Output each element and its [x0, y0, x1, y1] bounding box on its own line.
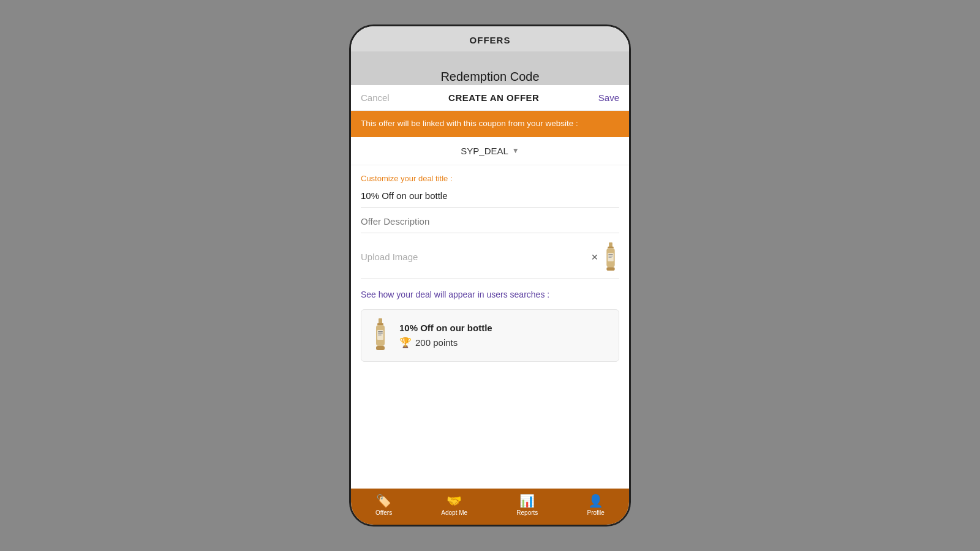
svg-rect-1 [608, 247, 614, 249]
modal-header: Cancel CREATE AN OFFER Save [351, 85, 629, 111]
svg-rect-0 [609, 242, 612, 247]
upload-image-right: ✕ [591, 242, 619, 272]
nav-reports-label: Reports [516, 509, 538, 516]
points-value: 200 points [415, 337, 458, 348]
top-bar: OFFERS [351, 26, 629, 51]
bottom-nav: 🏷️ Offers 🤝 Adopt Me 📊 Reports 👤 Profile [351, 489, 629, 525]
customize-label: Customize your deal title : [361, 165, 619, 187]
svg-rect-6 [608, 257, 612, 258]
trophy-icon: 🏆 [399, 337, 412, 348]
coupon-selector[interactable]: SYP_DEAL ▼ [351, 137, 629, 165]
deal-card-title: 10% Off on our bottle [399, 323, 492, 333]
preview-label: See how your deal will appear in users s… [361, 289, 619, 301]
modal-title: CREATE AN OFFER [448, 92, 539, 103]
form-section: Customize your deal title : Upload Image… [351, 165, 629, 279]
deal-preview-card: 10% Off on our bottle 🏆 200 points [361, 309, 619, 362]
svg-rect-15 [376, 346, 385, 350]
background-content: Redemption Code This code will be used t… [351, 51, 629, 489]
reports-icon: 📊 [519, 493, 535, 508]
banner-text: This offer will be linked with this coup… [361, 119, 578, 128]
bottle-thumbnail [602, 242, 619, 272]
adopt-icon: 🤝 [447, 493, 462, 508]
svg-rect-13 [378, 333, 383, 334]
nav-item-offers[interactable]: 🏷️ Offers [375, 493, 392, 516]
svg-rect-9 [377, 323, 383, 325]
deal-card-points: 🏆 200 points [399, 337, 492, 348]
offers-icon: 🏷️ [376, 493, 391, 508]
modal-overlay: Cancel CREATE AN OFFER Save This offer w… [351, 51, 629, 489]
upload-image-row[interactable]: Upload Image ✕ [361, 233, 619, 279]
chevron-down-icon: ▼ [512, 146, 519, 155]
upload-image-label: Upload Image [361, 252, 418, 262]
cancel-button[interactable]: Cancel [361, 92, 390, 103]
svg-rect-12 [378, 331, 383, 332]
svg-rect-8 [379, 318, 382, 324]
coupon-name: SYP_DEAL [461, 146, 508, 156]
modal: Cancel CREATE AN OFFER Save This offer w… [351, 85, 629, 489]
svg-rect-4 [608, 254, 613, 255]
nav-offers-label: Offers [375, 509, 392, 516]
svg-rect-7 [606, 267, 614, 271]
nav-item-reports[interactable]: 📊 Reports [516, 493, 538, 516]
close-icon[interactable]: ✕ [591, 252, 598, 262]
profile-icon: 👤 [588, 493, 603, 508]
top-bar-title: OFFERS [470, 35, 511, 45]
phone-frame: OFFERS Redemption Code This code will be… [349, 24, 631, 527]
svg-rect-14 [378, 335, 382, 336]
nav-item-adopt[interactable]: 🤝 Adopt Me [441, 493, 467, 516]
deal-title-input[interactable] [361, 187, 619, 208]
deal-card-bottle-image [371, 318, 390, 353]
modal-body[interactable]: This offer will be linked with this coup… [351, 111, 629, 489]
nav-item-profile[interactable]: 👤 Profile [587, 493, 605, 516]
svg-rect-5 [608, 256, 613, 257]
preview-section: See how your deal will appear in users s… [351, 279, 629, 362]
modal-gap [351, 51, 629, 85]
bottle-svg [605, 242, 617, 272]
offer-description-input[interactable] [361, 208, 619, 233]
offer-link-banner: This offer will be linked with this coup… [351, 111, 629, 137]
save-button[interactable]: Save [598, 92, 619, 103]
nav-adopt-label: Adopt Me [441, 509, 467, 516]
nav-profile-label: Profile [587, 509, 605, 516]
deal-card-info: 10% Off on our bottle 🏆 200 points [399, 323, 492, 348]
